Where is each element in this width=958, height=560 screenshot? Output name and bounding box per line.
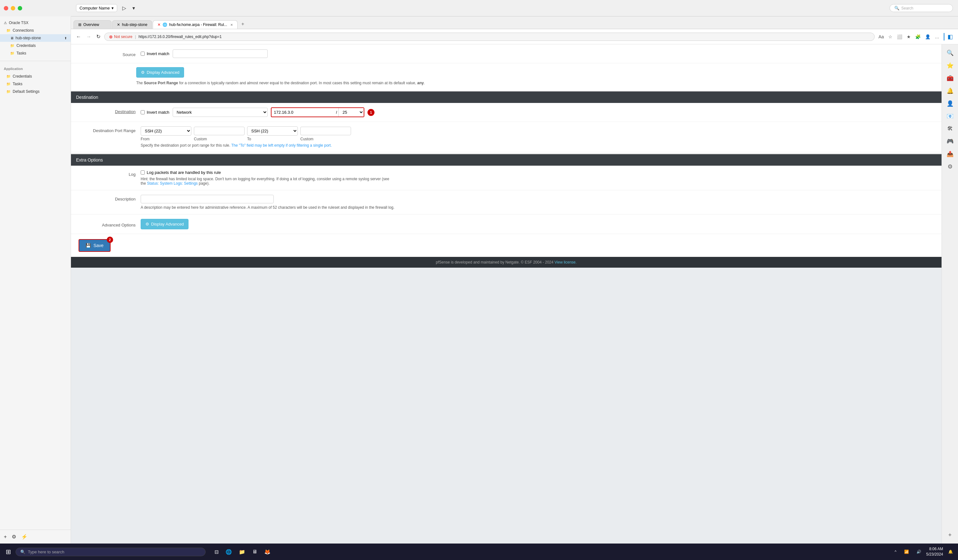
invert-match-label-source: Invert match (147, 51, 170, 56)
reader-mode-button[interactable]: Aa (877, 33, 885, 41)
tray-network-button[interactable]: 📶 (902, 548, 912, 555)
description-input[interactable] (141, 195, 274, 203)
port-to-custom-input[interactable] (300, 127, 351, 135)
log-hint-link[interactable]: Status: System Logs: Settings (147, 181, 198, 186)
split-view-button[interactable]: ⬜ (896, 33, 904, 41)
pfsense-footer: pfSense is developed and maintained by N… (71, 257, 942, 268)
view-license-link[interactable]: View license. (554, 260, 577, 265)
sidebar-section-oracle: ⚠ Oracle TSX 📁 Connections 🖥 hub-step-st… (0, 16, 71, 60)
edge-sidebar-toggle[interactable]: ◧ (946, 32, 954, 41)
source-display-advanced-label: Display Advanced (147, 70, 179, 75)
sidebar-item-connections[interactable]: 📁 Connections (0, 27, 71, 34)
sidebar-item-hub-step-stone[interactable]: 🖥 hub-step-stone ⬆ (0, 34, 71, 42)
dropdown-button[interactable]: ▾ (131, 4, 136, 12)
sidebar-item-tasks-app[interactable]: 📁 Tasks (0, 49, 71, 57)
forward-button[interactable]: → (85, 33, 92, 41)
edge-collections-button[interactable]: 🧰 (944, 72, 956, 84)
browser-tab-overview[interactable]: ⊞ Overview (73, 20, 111, 29)
description-controls: A description may be entered here for ad… (141, 195, 395, 210)
more-button[interactable]: … (934, 33, 941, 41)
sidebar-credentials-section-label: Credentials (13, 74, 32, 79)
taskbar-explorer-button[interactable]: 📁 (236, 548, 248, 556)
edge-favorites-button[interactable]: ⭐ (944, 60, 956, 71)
sidebar-item-default-settings[interactable]: 📁 Default Settings (0, 88, 71, 95)
port-range-form-row: Destination Port Range SSH (22) SSH (22) (71, 122, 942, 152)
browser-tab-firewall[interactable]: ✕ 🌐 hub-fw.home.arpa - Firewall: Rul... … (153, 20, 238, 29)
taskbar-task-view-button[interactable]: ⊟ (212, 548, 221, 556)
edge-search-button[interactable]: 🔍 (944, 47, 956, 59)
mac-minimize-button[interactable] (11, 6, 15, 10)
mac-close-button[interactable] (4, 6, 8, 10)
profile-button[interactable]: 👤 (924, 33, 932, 41)
folder-icon-4: 📁 (6, 90, 11, 94)
log-checkbox-label: Log packets that are handled by this rul… (147, 170, 221, 175)
extra-options-title: Extra Options (76, 157, 103, 162)
start-button[interactable]: ⊞ (3, 546, 14, 557)
sidebar: ⚠ Oracle TSX 📁 Connections 🖥 hub-step-st… (0, 16, 71, 544)
port-to-select[interactable]: SSH (22) (247, 126, 298, 136)
browser-tab-hub-step-stone[interactable]: ✕ hub-step-stone (112, 20, 152, 29)
play-button[interactable]: ▷ (121, 4, 127, 12)
destination-type-select[interactable]: Network Any Address (173, 108, 268, 117)
address-bar[interactable]: ⊗ Not secure | https://172.16.0.20/firew… (104, 33, 875, 41)
destination-field-label: Destination (79, 107, 136, 114)
port-from-custom-input[interactable] (194, 127, 244, 135)
display-advanced-button-2[interactable]: ⚙ Display Advanced (141, 219, 189, 229)
source-address-input[interactable] (173, 49, 268, 58)
log-checkbox[interactable] (141, 170, 145, 175)
source-row: Source Invert match (71, 44, 942, 63)
source-display-advanced-button[interactable]: ⚙ Display Advanced (136, 67, 184, 78)
taskbar-terminal-button[interactable]: 🖥 (250, 548, 260, 556)
bookmark-button[interactable]: ☆ (887, 33, 894, 41)
tray-volume-button[interactable]: 🔊 (914, 548, 924, 555)
source-hint-text: The Source Port Range for a connection i… (136, 80, 934, 86)
new-tab-button[interactable]: + (238, 19, 247, 29)
sidebar-action-button[interactable]: ⚡ (20, 533, 29, 541)
port-labels: From Custom To Custom (141, 137, 351, 141)
edge-tools-button[interactable]: 🛠 (945, 123, 955, 135)
tray-up-button[interactable]: ^ (892, 548, 899, 555)
mac-maximize-button[interactable] (18, 6, 22, 10)
invert-match-checkbox-dest[interactable] (141, 110, 145, 114)
sidebar-item-tasks-section[interactable]: 📁 Tasks (0, 80, 71, 88)
edge-profile-button[interactable]: 👤 (944, 98, 956, 109)
cidr-select[interactable]: 25 24 32 (338, 108, 364, 117)
sidebar-item-oracle-tsx[interactable]: ⚠ Oracle TSX (0, 19, 71, 27)
invert-match-label-dest: Invert match (147, 110, 170, 115)
taskbar-right: ^ 📶 🔊 8:06 AM 5/23/2024 🔔 (892, 546, 955, 557)
application-section-title: Application (0, 65, 71, 73)
tab-close-icon[interactable]: ✕ (230, 23, 233, 27)
sidebar-section-application: Application 📁 Credentials 📁 Tasks 📁 Defa… (0, 62, 71, 98)
sidebar-item-credentials-section[interactable]: 📁 Credentials (0, 73, 71, 80)
save-button[interactable]: 💾 Save (79, 239, 111, 252)
taskbar-app-button[interactable]: 🦊 (262, 548, 273, 556)
edge-history-button[interactable]: 🔔 (944, 85, 956, 97)
sidebar-add-button[interactable]: + (3, 533, 8, 541)
edge-games-button[interactable]: 🎮 (944, 135, 956, 147)
port-hint: Specify the destination port or port ran… (141, 143, 351, 148)
destination-badge: 1 (368, 109, 374, 116)
edge-share-button[interactable]: 📤 (944, 148, 956, 160)
sidebar-item-credentials-app[interactable]: 📁 Credentials (0, 42, 71, 49)
edge-outlook-button[interactable]: 📧 (944, 110, 956, 122)
computer-name-button[interactable]: Computer Name ▾ (76, 4, 117, 12)
taskbar-search-bar[interactable]: 🔍 Type here to search (16, 548, 206, 556)
edge-settings-button[interactable]: ⚙ (945, 160, 955, 173)
port-from-select[interactable]: SSH (22) (141, 126, 191, 136)
tab-firewall-close-icon[interactable]: ✕ (157, 22, 160, 27)
notification-button[interactable]: 🔔 (946, 548, 955, 555)
browser-window: ⊞ Overview ✕ hub-step-stone ✕ 🌐 hub-fw.h… (71, 16, 958, 544)
favorites-button[interactable]: ★ (906, 33, 912, 41)
destination-ip-input[interactable] (271, 108, 335, 116)
chevron-down-icon: ▾ (111, 6, 114, 10)
back-button[interactable]: ← (75, 33, 82, 41)
edge-add-button[interactable]: + (946, 529, 954, 541)
tab-firewall-icon: 🌐 (163, 22, 167, 27)
reload-button[interactable]: ↻ (95, 32, 102, 41)
top-search-bar[interactable]: 🔍 Search (890, 4, 953, 12)
sidebar-gear-button[interactable]: ⚙ (11, 533, 17, 541)
extension-button[interactable]: 🧩 (914, 33, 922, 41)
invert-match-checkbox-source[interactable] (141, 52, 145, 56)
sidebar-tasks-label: Tasks (16, 51, 26, 56)
taskbar-edge-button[interactable]: 🌐 (223, 548, 235, 556)
